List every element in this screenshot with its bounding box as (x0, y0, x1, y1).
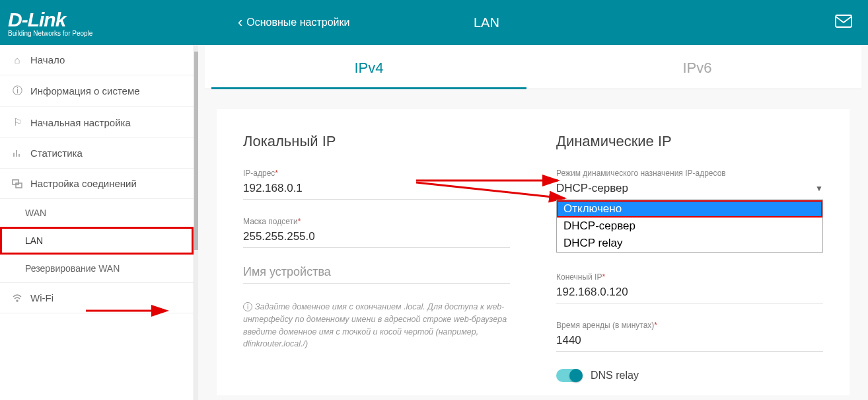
sidebar-sub-lan[interactable]: LAN (0, 227, 194, 255)
tab-ipv4[interactable]: IPv4 (205, 45, 533, 89)
settings-panel: Локальный IP IP-адрес* Маска подсети* Им… (217, 109, 850, 395)
dynamic-ip-title: Динамические IP (556, 133, 823, 150)
caret-down-icon: ▼ (815, 184, 823, 193)
wifi-icon (11, 294, 24, 303)
sidebar-item-connections[interactable]: Настройка соединений (0, 169, 194, 199)
sidebar-item-sysinfo[interactable]: ⓘ Информация о системе (0, 75, 194, 107)
sidebar-sub-label: LAN (25, 235, 43, 246)
dropdown-option-dhcp-server[interactable]: DHCP-сервер (557, 218, 822, 235)
tab-label: IPv4 (354, 60, 383, 76)
sidebar-sub-label: Резервирование WAN (25, 263, 120, 274)
ip-address-label: IP-адрес* (243, 169, 510, 178)
dns-relay-label: DNS relay (591, 370, 639, 381)
subnet-mask-input[interactable] (243, 230, 510, 248)
pin-icon: ⚐ (11, 116, 24, 128)
end-ip-label: Конечный IP* (556, 272, 823, 282)
local-ip-column: Локальный IP IP-адрес* Маска подсети* Им… (243, 133, 510, 382)
subnet-mask-label: Маска подсети* (243, 217, 510, 226)
dhcp-mode-select[interactable]: DHCP-сервер ▼ (556, 182, 823, 200)
svg-rect-0 (836, 15, 851, 27)
sidebar-item-label: Статистика (30, 147, 83, 159)
dhcp-mode-dropdown: Отключено DHCP-сервер DHCP relay (556, 200, 823, 253)
sidebar-sub-wan[interactable]: WAN (0, 199, 194, 227)
info-icon: ⓘ (11, 85, 24, 97)
sidebar-item-label: Wi-Fi (30, 292, 54, 303)
app-header: D-Link Building Networks for People ‹ Ос… (0, 0, 868, 45)
connection-icon (11, 179, 24, 188)
ip-address-field: IP-адрес* (243, 169, 510, 200)
tab-ipv6[interactable]: IPv6 (533, 45, 861, 89)
end-ip-input[interactable] (556, 286, 823, 303)
sidebar-item-label: Начало (30, 54, 65, 65)
dns-relay-row: DNS relay (556, 369, 823, 382)
dhcp-mode-value: DHCP-сервер (556, 182, 815, 195)
sidebar-sub-wan-reserve[interactable]: Резервирование WAN (0, 255, 194, 282)
domain-hint: iЗадайте доменное имя с окончанием .loca… (243, 301, 510, 350)
page-title: LAN (474, 15, 499, 30)
lease-time-label: Время аренды (в минутах)* (556, 321, 823, 330)
lease-time-field: Время аренды (в минутах)* (556, 321, 823, 352)
info-icon: i (243, 302, 252, 311)
device-name-input[interactable]: Имя устройства (243, 265, 510, 284)
dhcp-mode-label: Режим динамического назначения IP-адресо… (556, 169, 823, 178)
brand-tagline: Building Networks for People (8, 30, 205, 37)
local-ip-title: Локальный IP (243, 133, 510, 150)
sidebar-sub-label: WAN (25, 208, 46, 218)
sidebar-item-wifi[interactable]: Wi-Fi (0, 282, 194, 313)
chevron-left-icon: ‹ (238, 14, 242, 31)
dhcp-mode-field: Режим динамического назначения IP-адресо… (556, 169, 823, 200)
back-label: Основные настройки (246, 17, 349, 28)
tab-label: IPv6 (682, 60, 711, 76)
sidebar-item-statistics[interactable]: Статистика (0, 138, 194, 169)
tabs: IPv4 IPv6 (205, 45, 861, 89)
device-name-field: Имя устройства (243, 265, 510, 284)
subnet-mask-field: Маска подсети* (243, 217, 510, 248)
dns-relay-toggle[interactable] (556, 369, 583, 382)
sidebar-item-initial-setup[interactable]: ⚐ Начальная настройка (0, 107, 194, 138)
sidebar-item-label: Настройка соединений (30, 178, 137, 189)
end-ip-field: Конечный IP* (556, 272, 823, 303)
brand-logo: D-Link Building Networks for People (0, 9, 205, 37)
brand-name: D-Link (8, 9, 65, 30)
main-content: IPv4 IPv6 Локальный IP IP-адрес* Маска п… (198, 45, 868, 400)
sidebar: ⌂ Начало ⓘ Информация о системе ⚐ Началь… (0, 45, 194, 400)
svg-point-3 (17, 300, 18, 301)
mail-icon[interactable] (835, 15, 852, 30)
dropdown-option-dhcp-relay[interactable]: DHCP relay (557, 235, 822, 252)
lease-time-input[interactable] (556, 334, 823, 352)
back-button[interactable]: ‹ Основные настройки (238, 14, 349, 31)
sidebar-item-home[interactable]: ⌂ Начало (0, 45, 194, 75)
ip-address-input[interactable] (243, 182, 510, 200)
sidebar-item-label: Начальная настройка (30, 117, 131, 128)
home-icon: ⌂ (11, 54, 24, 65)
dropdown-option-disabled[interactable]: Отключено (557, 200, 822, 218)
dynamic-ip-column: Динамические IP Режим динамического назн… (556, 133, 823, 382)
stats-icon (11, 149, 24, 158)
sidebar-item-label: Информация о системе (30, 85, 140, 97)
